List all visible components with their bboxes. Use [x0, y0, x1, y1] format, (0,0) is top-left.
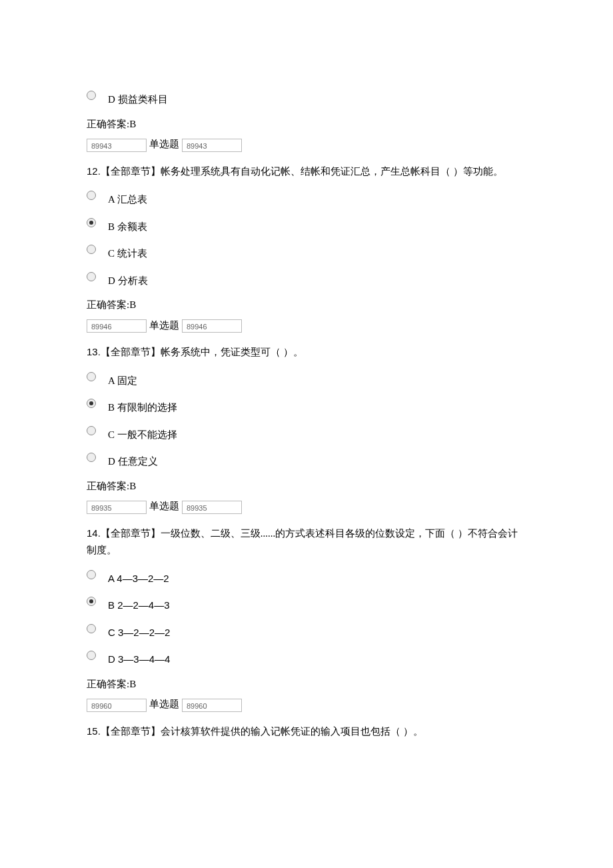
radio-icon	[87, 91, 96, 100]
option-label: C 统计表	[108, 243, 147, 261]
q12-correct-answer: 正确答案:B	[87, 297, 526, 313]
code-input-1[interactable]: 89935	[87, 501, 147, 514]
radio-icon	[87, 372, 96, 381]
option-label: A 汇总表	[108, 189, 147, 207]
radio-icon	[87, 624, 96, 633]
question-type-label: 单选题	[149, 697, 179, 712]
q11-option-d[interactable]: D 损益类科目	[87, 89, 526, 107]
q14-option-c[interactable]: C 3—2—2—2	[87, 623, 526, 641]
code-input-1[interactable]: 89943	[87, 139, 147, 152]
question-body: 【全部章节】帐务系统中，凭证类型可（ ）。	[101, 347, 303, 357]
option-label: C 3—2—2—2	[108, 623, 170, 641]
question-body: 【全部章节】帐务处理系统具有自动化记帐、结帐和凭证汇总，产生总帐科目（ ）等功能…	[101, 166, 503, 177]
code-input-1[interactable]: 89960	[87, 699, 147, 712]
radio-icon	[87, 272, 96, 281]
q12-option-b[interactable]: B 余额表	[87, 217, 526, 235]
option-label: D 3—3—4—4	[108, 649, 170, 667]
question-type-label: 单选题	[149, 499, 179, 514]
code-input-2[interactable]: 89935	[182, 501, 242, 514]
radio-icon	[87, 426, 96, 435]
option-label: A 4—3—2—2	[108, 569, 169, 587]
q13-text: 13.【全部章节】帐务系统中，凭证类型可（ ）。	[87, 343, 526, 361]
radio-icon-selected	[87, 218, 96, 227]
q13-option-d[interactable]: D 任意定义	[87, 451, 526, 469]
question-number: 15.	[87, 725, 101, 737]
q11-correct-answer: 正确答案:B	[87, 117, 526, 132]
q14-option-a[interactable]: A 4—3—2—2	[87, 569, 526, 587]
question-number: 13.	[87, 346, 101, 357]
option-label: D 损益类科目	[108, 89, 168, 107]
radio-icon-selected	[87, 399, 96, 408]
q13-option-a[interactable]: A 固定	[87, 371, 526, 389]
radio-icon	[87, 453, 96, 462]
option-label: A 固定	[108, 371, 137, 389]
question-body: 【全部章节】一级位数、二级、三级......的方式表述科目各级的位数设定，下面（…	[87, 528, 518, 556]
q12-metadata-row: 89946 单选题 89946	[87, 318, 526, 333]
q12-option-c[interactable]: C 统计表	[87, 243, 526, 261]
q15-text: 15.【全部章节】会计核算软件提供的输入记帐凭证的输入项目也包括（ ）。	[87, 723, 526, 741]
q14-correct-answer: 正确答案:B	[87, 677, 526, 692]
option-label: B 2—2—4—3	[108, 595, 170, 613]
q13-metadata-row: 89935 单选题 89935	[87, 499, 526, 514]
q12-option-d[interactable]: D 分析表	[87, 271, 526, 289]
q14-option-d[interactable]: D 3—3—4—4	[87, 649, 526, 667]
code-input-1[interactable]: 89946	[87, 319, 147, 333]
radio-icon-selected	[87, 597, 96, 606]
option-label: D 分析表	[108, 271, 148, 289]
radio-icon	[87, 651, 96, 660]
radio-icon	[87, 570, 96, 579]
q13-correct-answer: 正确答案:B	[87, 479, 526, 494]
code-input-2[interactable]: 89946	[182, 319, 242, 333]
q13-option-c[interactable]: C 一般不能选择	[87, 425, 526, 443]
q14-metadata-row: 89960 单选题 89960	[87, 697, 526, 712]
option-label: C 一般不能选择	[108, 425, 177, 443]
q12-text: 12.【全部章节】帐务处理系统具有自动化记帐、结帐和凭证汇总，产生总帐科目（ ）…	[87, 163, 526, 181]
q13-option-b[interactable]: B 有限制的选择	[87, 397, 526, 415]
question-body: 【全部章节】会计核算软件提供的输入记帐凭证的输入项目也包括（ ）。	[101, 726, 423, 737]
option-label: B 有限制的选择	[108, 397, 177, 415]
code-input-2[interactable]: 89960	[182, 699, 242, 712]
question-number: 14.	[87, 527, 101, 539]
radio-icon	[87, 191, 96, 200]
code-input-2[interactable]: 89943	[182, 139, 242, 152]
question-number: 12.	[87, 165, 101, 177]
q14-option-b[interactable]: B 2—2—4—3	[87, 595, 526, 613]
question-type-label: 单选题	[149, 137, 179, 152]
q14-text: 14.【全部章节】一级位数、二级、三级......的方式表述科目各级的位数设定，…	[87, 525, 526, 559]
q12-option-a[interactable]: A 汇总表	[87, 189, 526, 207]
radio-icon	[87, 245, 96, 254]
option-label: D 任意定义	[108, 451, 158, 469]
option-label: B 余额表	[108, 217, 147, 235]
q11-metadata-row: 89943 单选题 89943	[87, 137, 526, 152]
question-type-label: 单选题	[149, 318, 179, 333]
